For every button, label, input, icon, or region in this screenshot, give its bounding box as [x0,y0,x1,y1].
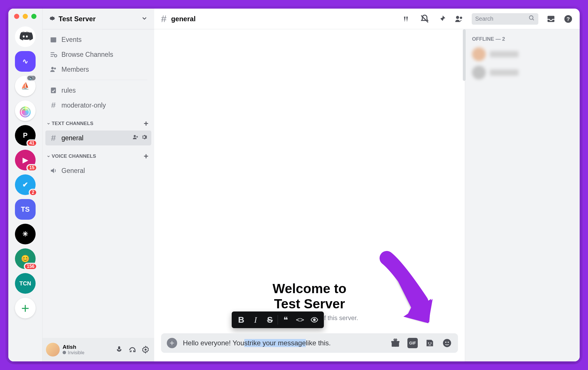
username[interactable]: Atish [63,344,84,350]
server-gaming[interactable]: 😊156 [15,248,36,269]
sidebar-item-members[interactable]: Members [45,62,151,77]
notifications-icon[interactable] [420,14,429,24]
sidebar-label: Browse Channels [61,51,113,59]
add-server-button[interactable]: + [15,298,36,318]
voice-channels-section[interactable]: VOICE CHANNELS+ [45,145,151,163]
svg-point-19 [430,342,432,344]
server-dm[interactable] [15,26,36,47]
channel-moderator-only[interactable]: #moderator-only [45,98,151,113]
svg-point-11 [529,16,533,20]
svg-point-21 [445,342,446,343]
server-youtube[interactable]: ▶15 [15,150,36,170]
maximize-dot[interactable] [31,14,36,19]
calendar-icon [49,36,57,43]
svg-point-5 [54,68,56,70]
channel-rules[interactable]: rules [45,83,151,98]
speaker-icon [49,167,57,174]
invite-icon[interactable] [132,134,139,142]
svg-point-15 [314,319,316,321]
svg-rect-6 [51,87,56,93]
server-list: ∿ ⛵🔊 ◉ P41 ▶15 ✔2 TS ✳ 😊156 TCN + [8,9,42,361]
deafen-icon[interactable] [127,344,138,355]
server-tcn[interactable]: TCN [15,273,36,294]
chevron-down-icon [141,15,148,23]
hash-icon: # [49,133,57,143]
code-button[interactable]: <> [293,313,307,326]
main-area: # general Search ? Welcome toTest Server… [154,9,580,361]
sidebar-item-events[interactable]: Events [45,32,151,47]
channel-label: moderator-only [61,102,106,109]
voice-channel-general[interactable]: General [45,163,151,178]
add-text-channel[interactable]: + [144,119,148,128]
server-openai[interactable]: ✳ [15,224,36,244]
pinned-icon[interactable] [437,14,446,24]
channel-header: # general Search ? [154,9,580,29]
threads-icon[interactable] [403,14,412,24]
spoiler-button[interactable] [308,313,321,326]
italic-button[interactable]: I [249,313,262,326]
gear-icon[interactable] [141,134,147,142]
user-panel: Atish Invisible [42,338,154,361]
quote-button[interactable]: ❝ [279,313,292,326]
message-input[interactable]: + Hello everyone! You strike your messag… [161,333,458,353]
scrollbar[interactable] [463,29,466,81]
add-voice-channel[interactable]: + [144,152,148,161]
svg-point-8 [145,349,147,351]
channel-label: General [61,167,85,175]
channel-general[interactable]: #general [45,131,151,145]
attach-button[interactable]: + [167,338,177,348]
settings-icon[interactable] [140,344,151,355]
member-section-header: OFFLINE — 2 [469,36,576,42]
section-label: VOICE CHANNELS [52,153,96,159]
search-input[interactable]: Search [472,13,538,25]
avatar[interactable] [46,343,60,357]
server-tasks[interactable]: ✔2 [15,174,36,195]
sidebar-item-browse[interactable]: Browse Channels [45,47,151,62]
member-list-icon[interactable] [454,14,464,24]
member-item[interactable] [469,63,576,82]
lock-hash-icon: # [49,101,57,110]
user-status: Invisible [63,350,84,355]
channel-label: general [61,134,84,142]
svg-point-7 [134,135,136,137]
help-icon[interactable]: ? [564,14,573,24]
sidebar-label: Members [61,66,89,73]
member-sidebar: OFFLINE — 2 [465,29,580,361]
format-toolbar: B I S ❝ <> [232,311,324,328]
rules-icon [49,87,57,94]
gif-button[interactable]: GIF [407,338,418,348]
close-dot[interactable] [14,14,19,19]
section-label: TEXT CHANNELS [52,121,93,126]
server-sailaway[interactable]: ⛵🔊 [15,76,36,96]
svg-point-9 [456,16,459,19]
svg-point-20 [443,339,451,347]
gift-icon[interactable] [390,338,401,348]
minimize-dot[interactable] [23,14,28,19]
channel-sidebar: Test Server Events Browse Channels Membe… [42,9,154,361]
svg-point-4 [51,67,54,69]
member-item[interactable] [469,45,576,63]
server-wizard[interactable]: ◉ [15,100,36,121]
browse-icon [49,51,57,58]
window-controls[interactable] [14,14,36,19]
emoji-icon[interactable] [442,338,452,348]
members-icon [49,66,57,73]
search-icon [529,15,535,23]
sidebar-label: Events [61,36,82,44]
inbox-icon[interactable] [546,14,556,24]
svg-point-3 [54,54,57,57]
bold-button[interactable]: B [235,313,248,326]
sticker-icon[interactable] [425,338,435,348]
message-composer: B I S ❝ <> + Hello everyone! You strike … [154,333,465,361]
svg-point-10 [460,17,462,19]
server-nitro[interactable]: ∿ [15,51,36,72]
server-test-server[interactable]: TS [15,199,36,220]
text-channels-section[interactable]: TEXT CHANNELS+ [45,113,151,131]
welcome-message: Welcome toTest Server This is the beginn… [154,29,465,333]
server-podcast[interactable]: P41 [15,125,36,146]
hash-icon: # [161,13,167,24]
mute-icon[interactable] [114,344,124,355]
server-header[interactable]: Test Server [42,9,154,29]
channel-label: rules [61,87,76,94]
strike-button[interactable]: S [263,313,276,326]
